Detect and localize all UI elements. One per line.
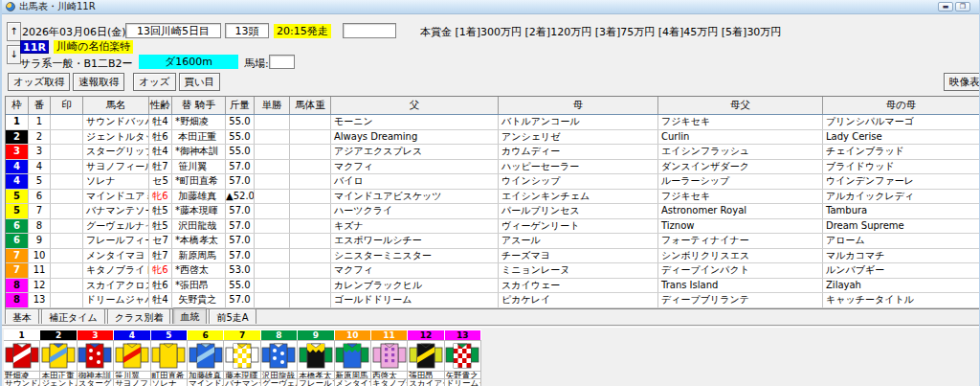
column-header-2: 番 xyxy=(29,97,51,114)
window-title: 出馬表・川崎11R xyxy=(19,0,96,13)
dam-dam-cell: チェインブラッド xyxy=(823,145,980,159)
table-row[interactable]: 45ソレナセ5*町田直希57.0バイロウインシップルーラーシップウインデンファー… xyxy=(6,174,980,190)
win-odds-cell xyxy=(255,115,290,129)
race-down-button[interactable]: ↓ xyxy=(7,45,21,64)
video-button[interactable]: 映像表 xyxy=(944,73,980,91)
silk-jockey-name: 加藤雄真 xyxy=(188,371,224,378)
win-odds-cell xyxy=(255,190,290,204)
toolbar-button-4[interactable]: 買い目 xyxy=(179,73,221,91)
race-number-badge: 11R xyxy=(20,40,49,54)
sire-cell: エスポワールシチー xyxy=(331,234,499,248)
waku-cell: 8 xyxy=(6,279,29,293)
toolbar-button-3[interactable]: オッズ xyxy=(133,73,175,91)
table-row[interactable]: 69フレールフィーユセ7*本橋孝太57.0エスポワールシチーアスールフォーティナ… xyxy=(6,234,980,249)
sex-age-cell: 牡7 xyxy=(149,249,172,263)
silk-cell xyxy=(408,340,444,371)
dam-cell: カウムディー xyxy=(499,145,658,159)
table-row[interactable]: 11サウンドバッハ牡4*野畑凌55.0モーニンバトルアンコールフジキセキプリンシ… xyxy=(6,115,980,130)
number-bar-cell: 6 xyxy=(188,329,224,340)
sex-age-cell: 牡5 xyxy=(149,204,172,218)
horse-name-cell: スカイアクロス xyxy=(83,279,149,293)
sex-age-cell: 牡4 xyxy=(149,145,172,159)
jockey-cell: 沢田龍哉 xyxy=(172,219,226,234)
table-row[interactable]: 68グーヴェルナイユ牡5 沢田龍哉57.0キズナヴィーゲンリートTiznowDr… xyxy=(6,219,980,235)
jockey-cell: 矢野貴之 xyxy=(172,293,226,307)
table-header-row: 枠番印馬名性齢替 騎手斤量単勝馬体重父母母父母の母 xyxy=(6,97,980,115)
jockey-cell: *本橋孝太 xyxy=(172,234,226,248)
silk-horse-name: サウンドバッハ xyxy=(4,378,40,386)
sire-cell: ハーツクライ xyxy=(331,204,499,218)
track-condition-label: 馬場: xyxy=(244,57,269,71)
number-bar-cell: 2 xyxy=(40,329,77,340)
number-cell: 3 xyxy=(29,145,51,159)
jockey-cell: 加藤雄真 xyxy=(172,190,226,204)
number-cell: 13 xyxy=(29,293,51,307)
damsire-cell: シンボリクリスエス xyxy=(658,249,823,263)
body-weight-cell xyxy=(290,249,331,263)
silk-cell xyxy=(78,340,114,371)
column-header-10: 父 xyxy=(331,97,499,114)
damsire-cell: ディープブリランテ xyxy=(658,293,823,307)
mark-cell xyxy=(51,279,83,293)
table-row[interactable]: 812スカイアクロス牡6*張田昂55.0カレンブラックヒルスカイウェーTrans… xyxy=(6,279,980,294)
toolbar-button-2[interactable]: 速報取得 xyxy=(73,73,124,91)
sex-age-cell: 牡5 xyxy=(149,219,172,234)
race-up-button[interactable]: ↑ xyxy=(7,22,21,41)
toolbar-button-1[interactable]: オッズ取得 xyxy=(8,73,70,91)
table-row[interactable]: 22ジェントルタッチ牡6 本田正重55.0Always Dreamingアンシェ… xyxy=(6,130,980,146)
sex-age-cell: セ5 xyxy=(149,174,172,189)
waku-cell: 3 xyxy=(6,145,29,159)
minimize-button[interactable]: ▬ xyxy=(938,2,953,11)
number-bar-cell: 10 xyxy=(335,329,371,340)
number-bar-cell: 9 xyxy=(298,329,334,340)
table-row[interactable]: 57バナマンテソーロ牡5*藤本現暉57.0ハーツクライパールプリンセスAstro… xyxy=(6,204,980,219)
waku-cell: 2 xyxy=(6,130,29,145)
track-condition-box xyxy=(269,55,295,69)
weight-cell: 55.0 xyxy=(226,145,255,159)
silk-horse-name: ドリームジャパン xyxy=(445,378,481,386)
win-odds-cell xyxy=(255,249,290,263)
silk-jockey-name: 矢野貴之 xyxy=(445,371,481,378)
horse-name-cell: ジェントルタッチ xyxy=(83,130,149,145)
table-row[interactable]: 33スターグリップ牡4*御神本訓55.0アジアエクスプレスカウムディーエイシンフ… xyxy=(6,145,980,160)
column-header-9: 馬体重 xyxy=(290,97,331,114)
mark-cell xyxy=(51,190,83,204)
meeting-box: 13回川崎5日目 xyxy=(125,23,221,38)
horse-name-cell: グーヴェルナイユ xyxy=(83,219,149,234)
silk-cell xyxy=(371,340,408,371)
silk-jockey-name: 野畑凌 xyxy=(4,371,40,378)
silk-horse-name: キタノブライド xyxy=(371,378,408,386)
table-row[interactable]: 813ドリームジャパン牡4 矢野貴之57.0ゴールドドリームピカケレイディープブ… xyxy=(6,293,980,308)
number-bar-cell: 11 xyxy=(371,329,408,340)
tab-bar: 基本補正タイムクラス別着血統前5走A xyxy=(5,307,256,324)
number-bar-cell: 1 xyxy=(4,329,40,340)
table-body: 11サウンドバッハ牡4*野畑凌55.0モーニンバトルアンコールフジキセキプリンシ… xyxy=(6,115,980,308)
tab-基本[interactable]: 基本 xyxy=(5,308,39,324)
mark-cell xyxy=(51,145,83,159)
body-weight-cell xyxy=(290,145,331,159)
body-weight-cell xyxy=(290,263,331,278)
jockey-silk-icon xyxy=(5,340,39,372)
tab-前5走A[interactable]: 前5走A xyxy=(209,308,256,324)
body-weight-cell xyxy=(290,293,331,307)
table-row[interactable]: 56マインドユアミモザ牝6 加藤雄真▲52.0マインドユアビスケッツエイシンキン… xyxy=(6,190,980,205)
jockey-silk-icon xyxy=(372,340,407,372)
number-bar-cell: 3 xyxy=(78,329,114,340)
table-row[interactable]: 710メンタイマヨ牡7 新原周馬57.0シニスターミニスターチーズマヨシンボリク… xyxy=(6,249,980,264)
toolbar: オッズ取得速報取得オッズ買い目 xyxy=(8,73,220,91)
waku-cell: 4 xyxy=(6,174,29,189)
number-cell: 10 xyxy=(29,249,51,263)
horse-name-cell: サヨノフィールド xyxy=(83,160,149,174)
tab-血統[interactable]: 血統 xyxy=(172,307,207,324)
maximize-button[interactable]: ❐ xyxy=(955,2,970,11)
tab-補正タイム[interactable]: 補正タイム xyxy=(41,308,105,324)
body-weight-cell xyxy=(290,279,331,293)
damsire-cell: フジキセキ xyxy=(658,115,823,129)
table-row[interactable]: 711キタノブライド牝6*西啓太53.0マクフィミニョンレーヌディープインパクト… xyxy=(6,263,980,279)
sire-cell: モーニン xyxy=(331,115,499,129)
horse-name-cell: マインドユアミモザ xyxy=(83,190,149,204)
damsire-cell: エイシンフラッシュ xyxy=(658,145,823,159)
horse-name-cell: バナマンテソーロ xyxy=(83,204,149,218)
table-row[interactable]: 44サヨノフィールド牡7 笹川翼57.0マクフィハッピーセーラーダンスインザダー… xyxy=(6,160,980,175)
tab-クラス別着[interactable]: クラス別着 xyxy=(107,308,171,324)
